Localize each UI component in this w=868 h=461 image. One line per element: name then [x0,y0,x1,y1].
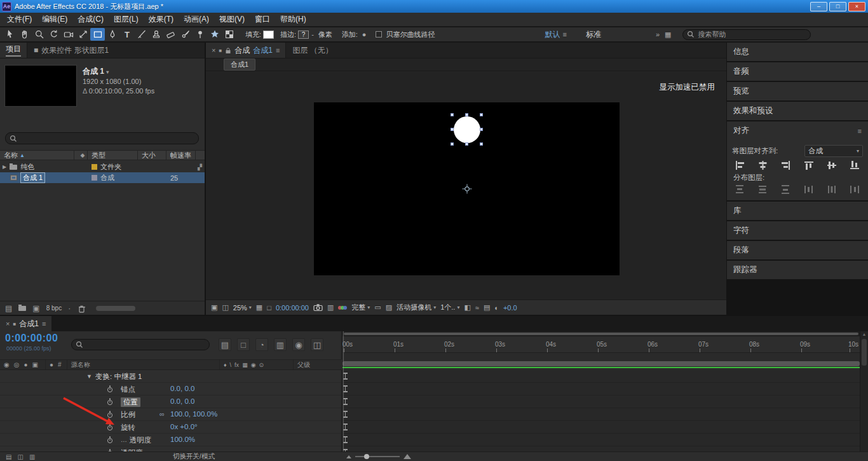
panel-libraries[interactable]: 库 [727,202,868,220]
mini-flowchart-icon[interactable]: ▤ [484,303,490,312]
panel-menu-icon[interactable]: ≡ [42,320,46,327]
selection-handle[interactable] [480,128,483,131]
panel-preview[interactable]: 预览 [727,82,868,100]
fast-previews-icon[interactable]: ≈ [475,304,479,312]
tool-creates-shape-icon[interactable] [207,28,222,41]
constrain-proportions-icon[interactable]: ∞ [159,410,165,418]
align-bottom-icon[interactable] [850,161,860,170]
selection-handle[interactable] [451,142,454,146]
zoom-in-icon[interactable] [403,454,411,459]
project-row-comp1[interactable]: 合成 1 合成 25 [0,172,205,183]
zoom-slider-thumb[interactable] [364,454,369,459]
column-source-name[interactable]: 源名称 [67,360,220,369]
add-button-icon[interactable]: ● [362,31,367,38]
column-parent[interactable]: 父级 [294,360,342,369]
property-row-scale[interactable]: 比例 ∞ 100.0, 100.0% [0,408,341,421]
selection-handle[interactable] [480,113,483,116]
rectangle-tool[interactable] [90,28,105,41]
workspace-tab-standard[interactable]: 标准 [586,29,601,40]
tab-close-icon[interactable]: × [212,46,215,54]
reset-exposure-icon[interactable]: ◐ [494,304,499,312]
align-h-center-icon[interactable] [758,161,768,170]
scroll-up-icon[interactable]: ▲ [860,331,868,338]
grid-icon[interactable]: ▦ [242,362,248,368]
property-value[interactable]: 0.0, 0.0 [170,385,194,392]
draft-3d-icon[interactable]: □ [237,338,250,351]
menu-edit[interactable]: 编辑(E) [37,14,72,25]
bezier-path-checkbox[interactable] [376,31,382,38]
interpret-footage-icon[interactable]: ▤ [5,304,12,313]
lock-icon[interactable]: ▣ [32,361,38,368]
panel-effects-presets[interactable]: 效果和预设 [727,102,868,120]
panel-align[interactable]: 对齐 ≡ [727,121,868,140]
new-folder-icon[interactable] [18,306,26,311]
label-swatch[interactable] [92,164,97,170]
tab-composition[interactable]: × ■ 合成 合成1 ≡ [206,43,286,58]
selection-handle[interactable] [451,113,454,116]
panel-menu-icon[interactable]: ≡ [276,46,280,54]
distribute-top-icon[interactable] [735,185,745,194]
hand-tool[interactable] [17,28,32,41]
panel-tracker[interactable]: 跟踪器 [727,261,868,279]
fx-icon[interactable]: fx [234,362,239,368]
column-label-color[interactable]: ◆ [74,151,88,160]
property-row-rotation[interactable]: 旋转 0x +0.0° [0,421,341,434]
preview-timecode[interactable]: 0:00:00:00 [276,304,309,312]
tab-timeline-comp1[interactable]: × ■ 合成1 ≡ [0,316,52,331]
tool-creates-mask-icon[interactable] [222,28,236,41]
motion-blur-icon[interactable]: ◉ [292,338,305,351]
always-preview-icon[interactable]: ▣ [211,303,217,312]
work-area-bar[interactable] [342,361,860,366]
selection-handle[interactable] [451,128,454,131]
column-name[interactable]: 名称 ▲ [0,151,74,160]
region-of-interest-icon[interactable]: ▭ [374,303,381,312]
panel-info[interactable]: 信息 [727,43,868,61]
delete-icon[interactable] [77,304,86,313]
workspace-overflow-icon[interactable]: » [656,31,660,38]
timeline-search-field[interactable] [71,339,210,350]
label-swatch[interactable] [92,175,97,181]
stopwatch-icon[interactable] [107,385,113,393]
mask-visibility-icon[interactable]: □ [267,304,271,312]
zoom-out-icon[interactable] [346,455,351,458]
align-left-icon[interactable] [735,161,745,170]
property-row-opacity[interactable]: ...透明度 100.0% [0,434,341,446]
stroke-swatch[interactable]: ? [298,31,309,39]
property-row-partial[interactable]: 透明度 [0,446,341,451]
panel-menu-icon[interactable]: ≡ [858,127,862,135]
panel-character[interactable]: 字符 [727,221,868,240]
roto-brush-tool[interactable] [178,28,193,41]
mask-icon[interactable]: \ [230,362,232,368]
type-tool[interactable]: T [119,28,134,41]
help-search-field[interactable]: 搜索帮助 [682,29,811,40]
minimize-button[interactable]: – [810,2,827,11]
toggle-in-out-icon[interactable]: ▥ [29,453,35,460]
distribute-bottom-icon[interactable] [781,185,790,194]
property-row-anchor[interactable]: 锚点 0.0, 0.0 [0,383,341,396]
composition-viewport[interactable] [314,102,620,275]
toggle-layer-switches-icon[interactable]: ▤ [6,453,11,460]
panel-audio[interactable]: 音频 [727,62,868,81]
distribute-right-icon[interactable] [850,185,860,194]
menu-effect[interactable]: 效果(T) [144,14,179,25]
stopwatch-icon[interactable] [107,411,113,418]
current-time-indicator[interactable] [343,331,344,451]
caret-down-icon[interactable]: ▾ [106,69,109,75]
distribute-v-center-icon[interactable] [758,185,768,194]
stopwatch-icon[interactable] [107,398,113,406]
toggle-switches-modes-button[interactable]: 切换开关/模式 [173,452,215,461]
clone-stamp-tool[interactable] [149,28,163,41]
new-composition-icon[interactable]: ▣ [32,304,39,313]
main-viewer-icon[interactable]: ◫ [222,303,228,312]
timeline-vertical-scrollbar[interactable]: ▲ [860,331,868,451]
lock-icon[interactable] [225,47,231,54]
tab-effect-controls[interactable]: ■ 效果控件 形状图层1 [27,43,115,58]
shape-ellipse[interactable] [454,116,480,143]
align-right-icon[interactable] [781,161,790,170]
grid-guides-icon[interactable]: ▦ [256,303,262,312]
zoom-tool[interactable] [32,28,46,41]
restore-button[interactable]: □ [829,2,846,11]
work-area[interactable] [342,353,860,370]
property-row-position[interactable]: 位置 0.0, 0.0 [0,396,341,408]
graph-editor-icon[interactable]: ◫ [311,338,323,351]
